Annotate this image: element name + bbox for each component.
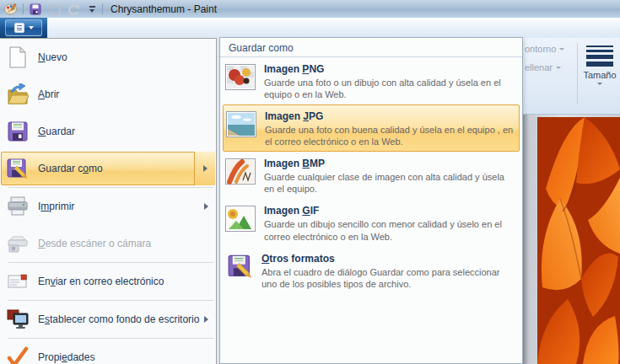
undo-icon[interactable] [47, 2, 62, 17]
menu-item-label: Desde escáner o cámara [38, 238, 151, 249]
toolbar-separator [23, 3, 24, 14]
submenu-item-description: Guarde cualquier clase de imagen con alt… [264, 171, 515, 195]
arrow-right-icon [203, 165, 208, 172]
submenu-item-otros-formatos[interactable]: Otros formatos Abra el cuadro de diálogo… [220, 247, 522, 294]
file-menu-button-zone [0, 18, 47, 38]
toolbar-separator [102, 3, 103, 14]
file-menu-icon [14, 23, 24, 33]
submenu-item-bmp[interactable]: Imagen BMP Guarde cualquier clase de ima… [220, 152, 522, 199]
menu-item-label: Guardar [38, 126, 75, 137]
chevron-down-icon [556, 67, 561, 69]
paint-app-icon[interactable] [3, 2, 19, 17]
ribbon-shapes-group: ontorno ellenar Tamaño [521, 38, 620, 115]
other-formats-floppy-icon [225, 254, 253, 290]
save-floppy-icon [6, 119, 30, 144]
bmp-photo-thumbnail [225, 158, 256, 195]
canvas-area[interactable] [521, 115, 620, 364]
submenu-header: Guardar como [220, 38, 522, 56]
contorno-dropdown[interactable]: ontorno [525, 44, 564, 54]
menu-item-label: Establecer como fondo de escritorio [38, 313, 199, 325]
menu-item-nuevo[interactable]: Nuevo [0, 39, 216, 76]
title-bar: Chrysanthemum - Paint [0, 0, 620, 18]
gif-photo-thumbnail [225, 206, 256, 242]
submenu-item-description: Guarde una foto o un dibujo con alta cal… [264, 77, 515, 100]
menu-highlight [1, 152, 215, 185]
open-folder-icon [6, 82, 30, 107]
submenu-item-title: Imagen BMP [264, 158, 515, 169]
png-photo-thumbnail [225, 64, 256, 100]
submenu-item-title: Otros formatos [261, 253, 515, 265]
toolbar-options-icon[interactable] [86, 2, 98, 17]
submenu-arrow-icon [204, 203, 208, 210]
save-icon[interactable] [28, 2, 43, 17]
menu-item-label: Nuevo [38, 51, 67, 63]
ribbon-tab-row [0, 18, 620, 38]
menu-item-label: Imprimir [38, 201, 74, 212]
chevron-down-icon [597, 83, 602, 85]
line-weight-icon [586, 46, 613, 67]
chrysanthemum-photo[interactable] [537, 117, 620, 364]
chevron-down-icon [559, 48, 564, 51]
menu-item-label: Propiedades [38, 351, 94, 363]
menu-item-guardar[interactable]: Guardar [0, 113, 216, 150]
new-document-icon [6, 45, 30, 70]
window-title: Chrysanthemum - Paint [111, 3, 217, 15]
submenu-item-title: Imagen JPG [265, 110, 515, 122]
desktop-background-icon [6, 307, 30, 332]
menu-item-fondo-escritorio[interactable]: Establecer como fondo de escritorio [0, 301, 216, 338]
size-button[interactable]: Tamaño [580, 42, 619, 110]
menu-item-desde-escaner[interactable]: Desde escáner o cámara [0, 225, 216, 262]
file-menu-panel: Nuevo Abrir [0, 38, 217, 364]
save-as-floppy-pencil-icon [6, 156, 30, 181]
submenu-item-description: Guarde una foto con buena calidad y úsel… [265, 124, 515, 147]
email-envelope-icon [6, 269, 30, 294]
rellenar-label: ellenar [525, 62, 553, 72]
file-menu-button[interactable] [5, 19, 42, 36]
submenu-item-description: Guarde un dibujo sencillo con menor cali… [264, 218, 515, 242]
menu-item-imprimir[interactable]: Imprimir [0, 188, 216, 225]
submenu-item-jpg[interactable]: Imagen JPG Guarde una foto con buena cal… [223, 104, 520, 152]
contorno-label: ontorno [525, 44, 556, 54]
menu-item-guardar-como[interactable]: Guardar como [0, 150, 216, 187]
menu-item-label: Enviar en correo electrónico [38, 276, 164, 287]
ribbon-group-separator [577, 43, 578, 104]
menu-item-enviar-correo[interactable]: Enviar en correo electrónico [0, 263, 216, 300]
printer-icon [6, 194, 30, 219]
submenu-item-title: Imagen PNG [264, 63, 515, 75]
menu-item-label: Abrir [38, 88, 59, 100]
submenu-item-png[interactable]: Imagen PNG Guarde una foto o un dibujo c… [220, 57, 522, 104]
properties-check-icon [6, 345, 30, 364]
submenu-arrow-icon [204, 316, 208, 323]
chevron-down-icon [29, 26, 34, 29]
menu-item-propiedades[interactable]: Propiedades [0, 339, 216, 364]
submenu-expand-arrow[interactable] [194, 152, 215, 185]
guardar-como-submenu: Guardar como Imagen PNG Guarde una foto … [219, 37, 523, 364]
menu-item-abrir[interactable]: Abrir [0, 76, 216, 113]
submenu-item-description: Abra el cuadro de diálogo Guardar como p… [261, 266, 515, 290]
size-label: Tamaño [583, 70, 616, 80]
jpg-photo-thumbnail [226, 111, 256, 147]
rellenar-dropdown[interactable]: ellenar [525, 62, 561, 72]
paint-window: Chrysanthemum - Paint ontorno ellenar Ta… [0, 0, 620, 364]
redo-icon[interactable] [67, 2, 82, 17]
scanner-camera-icon [6, 231, 30, 256]
menu-item-label: Guardar como [38, 163, 103, 174]
submenu-item-title: Imagen GIF [264, 205, 515, 217]
submenu-item-gif[interactable]: Imagen GIF Guarde un dibujo sencillo con… [220, 199, 522, 246]
